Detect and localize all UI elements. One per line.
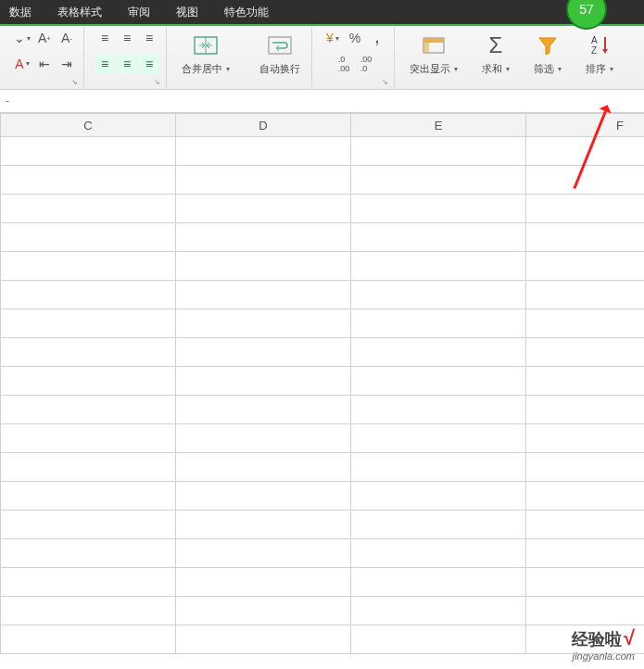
table-row[interactable]: [1, 137, 645, 166]
table-row[interactable]: [1, 223, 645, 252]
table-row[interactable]: [1, 367, 645, 396]
check-icon: √: [624, 626, 635, 650]
tools-group: 突出显示 Σ 求和 筛选 AZ 排序: [398, 27, 625, 88]
ribbon: ⌄ A+ A- A ⇤ ⇥ ↘ ≡ ≡ ≡ ≡ ≡ ≡ ↘: [0, 24, 644, 90]
table-row[interactable]: [1, 511, 645, 539]
dialog-launcher-icon[interactable]: ↘: [71, 78, 78, 86]
svg-text:Z: Z: [591, 45, 597, 56]
menu-view[interactable]: 视图: [176, 5, 198, 20]
dropdown-icon[interactable]: ⌄: [13, 29, 32, 47]
watermark-url: jingyanla.com: [572, 650, 635, 662]
align-middle-icon[interactable]: ≡: [118, 29, 136, 47]
highlight-icon: [421, 32, 447, 58]
merge-icon: [193, 32, 219, 58]
filter-label: 筛选: [534, 62, 562, 76]
dialog-launcher-icon[interactable]: ↘: [154, 78, 160, 86]
column-header-row: C D E F: [1, 114, 645, 137]
watermark: 经验啦√ jingyanla.com: [572, 626, 635, 662]
table-row[interactable]: [1, 424, 645, 453]
col-header-d[interactable]: D: [176, 114, 351, 137]
table-row[interactable]: [1, 309, 645, 338]
indent-icon[interactable]: ⇥: [57, 55, 76, 73]
wrap-icon: [267, 32, 293, 58]
svg-rect-5: [423, 38, 429, 53]
table-row[interactable]: [1, 539, 645, 568]
sort-button[interactable]: AZ 排序: [580, 29, 619, 80]
merge-cells-button[interactable]: 合并居中: [176, 29, 235, 80]
percent-icon[interactable]: %: [346, 29, 364, 47]
table-row[interactable]: [1, 597, 645, 625]
number-group: ¥ % , .0.00 .00.0 ↘: [316, 27, 395, 88]
spreadsheet-grid[interactable]: C D E F: [0, 113, 644, 654]
formula-value: -: [6, 95, 9, 107]
font-group: ⌄ A+ A- A ⇤ ⇥ ↘: [6, 27, 84, 88]
table-row[interactable]: [1, 568, 645, 597]
currency-icon[interactable]: ¥: [323, 29, 342, 47]
col-header-c[interactable]: C: [1, 114, 176, 137]
comma-icon[interactable]: ,: [368, 29, 386, 47]
merge-label: 合并居中: [182, 62, 230, 76]
wrap-label: 自动换行: [259, 62, 300, 76]
sum-button[interactable]: Σ 求和: [476, 29, 515, 80]
table-row[interactable]: [1, 396, 645, 424]
align-top-icon[interactable]: ≡: [95, 29, 114, 47]
align-center-icon[interactable]: ≡: [118, 55, 136, 73]
highlight-button[interactable]: 突出显示: [404, 29, 463, 80]
table-row[interactable]: [1, 252, 645, 281]
table-row[interactable]: [1, 281, 645, 309]
menu-review[interactable]: 审阅: [128, 5, 150, 20]
dialog-launcher-icon[interactable]: ↘: [382, 78, 388, 86]
menubar: 数据 表格样式 审阅 视图 特色功能 57: [0, 0, 644, 24]
font-decrease-icon[interactable]: A-: [57, 29, 76, 47]
align-group: ≡ ≡ ≡ ≡ ≡ ≡ ↘: [88, 27, 167, 88]
table-row[interactable]: [1, 338, 645, 367]
sort-label: 排序: [586, 62, 613, 76]
table-row[interactable]: [1, 625, 645, 654]
menu-tablestyle[interactable]: 表格样式: [57, 5, 102, 20]
funnel-icon: [535, 32, 561, 58]
align-right-icon[interactable]: ≡: [140, 55, 158, 73]
formula-bar[interactable]: -: [0, 90, 644, 113]
col-header-f[interactable]: F: [526, 114, 645, 137]
table-row[interactable]: [1, 453, 645, 482]
col-header-e[interactable]: E: [351, 114, 526, 137]
sum-label: 求和: [482, 62, 510, 76]
watermark-title: 经验啦: [572, 630, 622, 649]
decrease-decimal-icon[interactable]: .00.0: [357, 55, 375, 73]
increase-decimal-icon[interactable]: .0.00: [335, 55, 353, 73]
svg-text:A: A: [591, 35, 598, 45]
sigma-icon: Σ: [483, 32, 509, 58]
wrap-text-button[interactable]: 自动换行: [254, 29, 306, 80]
table-row[interactable]: [1, 482, 645, 511]
merge-wrap-group: 合并居中 自动换行: [170, 27, 312, 88]
font-color-icon[interactable]: A: [13, 55, 32, 73]
font-increase-icon[interactable]: A+: [35, 29, 54, 47]
outdent-icon[interactable]: ⇤: [35, 55, 54, 73]
table-row[interactable]: [1, 195, 645, 223]
menu-data[interactable]: 数据: [9, 5, 32, 20]
align-bottom-icon[interactable]: ≡: [140, 29, 158, 47]
sort-az-icon: AZ: [587, 32, 612, 58]
filter-button[interactable]: 筛选: [528, 29, 567, 80]
align-left-icon[interactable]: ≡: [95, 55, 114, 73]
highlight-label: 突出显示: [410, 62, 458, 76]
table-row[interactable]: [1, 166, 645, 195]
menu-special[interactable]: 特色功能: [224, 5, 269, 20]
